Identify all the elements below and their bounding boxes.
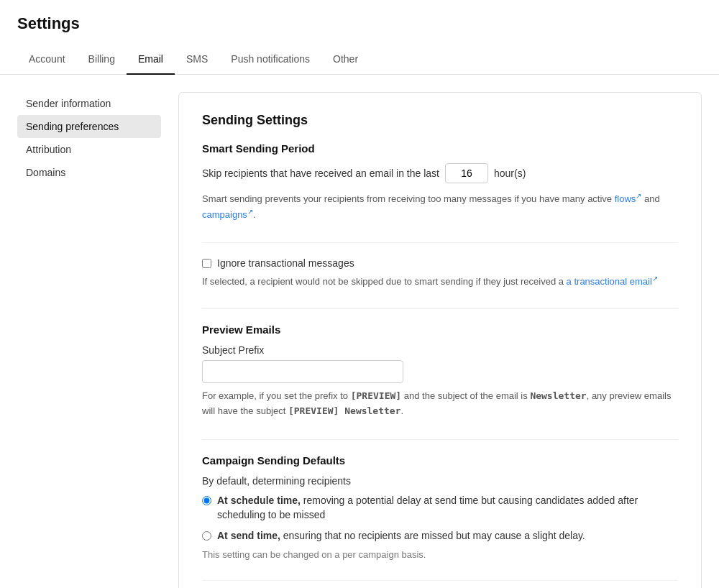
schedule-time-radio[interactable] bbox=[202, 496, 211, 505]
hours-suffix: hour(s) bbox=[494, 167, 526, 179]
schedule-time-label[interactable]: At schedule time, removing a potential d… bbox=[217, 494, 678, 522]
send-time-radio[interactable] bbox=[202, 531, 211, 541]
campaigns-link[interactable]: campaigns↗ bbox=[202, 209, 253, 220]
smart-sending-title: Smart Sending Period bbox=[202, 142, 678, 155]
ignore-transactional-help: If selected, a recipient would not be sk… bbox=[202, 273, 678, 289]
section-title: Sending Settings bbox=[202, 113, 678, 128]
subject-prefix-input[interactable] bbox=[202, 360, 403, 383]
sidebar-item-sending-prefs[interactable]: Sending preferences bbox=[17, 115, 161, 138]
ignore-transactional-row: Ignore transactional messages bbox=[202, 257, 678, 269]
recipient-options: At schedule time, removing a potential d… bbox=[202, 494, 678, 543]
sidebar-item-sender-info[interactable]: Sender information bbox=[17, 92, 161, 115]
tab-push[interactable]: Push notifications bbox=[219, 45, 321, 75]
tab-billing[interactable]: Billing bbox=[77, 45, 127, 75]
main-panel: Sending Settings Smart Sending Period Sk… bbox=[178, 92, 702, 588]
preview-emails-title: Preview Emails bbox=[202, 323, 678, 336]
top-nav: Account Billing Email SMS Push notificat… bbox=[0, 45, 719, 75]
smart-sending-section: Smart Sending Period Skip recipients tha… bbox=[202, 142, 678, 222]
send-time-row: At send time, ensuring that no recipient… bbox=[202, 529, 678, 543]
send-time-label[interactable]: At send time, ensuring that no recipient… bbox=[217, 529, 585, 543]
campaign-note: This setting can be changed on a per cam… bbox=[202, 549, 678, 560]
sidebar: Sender information Sending preferences A… bbox=[17, 92, 161, 588]
example-text: For example, if you set the prefix to [P… bbox=[202, 389, 678, 419]
skip-label: Skip recipients that have received an em… bbox=[202, 167, 439, 179]
tab-other[interactable]: Other bbox=[321, 45, 370, 75]
page-title: Settings bbox=[0, 0, 719, 45]
smart-sending-field-row: Skip recipients that have received an em… bbox=[202, 163, 678, 183]
ignore-transactional-section: Ignore transactional messages If selecte… bbox=[202, 257, 678, 289]
smart-sending-help: Smart sending prevents your recipients f… bbox=[202, 190, 678, 222]
transactional-email-link[interactable]: a transactional email↗ bbox=[567, 276, 658, 287]
ignore-transactional-checkbox[interactable] bbox=[202, 259, 211, 268]
subject-prefix-label: Subject Prefix bbox=[202, 344, 678, 356]
ignore-transactional-label[interactable]: Ignore transactional messages bbox=[217, 257, 354, 269]
campaign-defaults-section: Campaign Sending Defaults By default, de… bbox=[202, 454, 678, 560]
preview-emails-section: Preview Emails Subject Prefix For exampl… bbox=[202, 323, 678, 419]
schedule-time-row: At schedule time, removing a potential d… bbox=[202, 494, 678, 522]
tab-account[interactable]: Account bbox=[17, 45, 77, 75]
recipients-subtitle: By default, determining recipients bbox=[202, 475, 678, 487]
tab-sms[interactable]: SMS bbox=[175, 45, 219, 75]
campaign-defaults-title: Campaign Sending Defaults bbox=[202, 454, 678, 467]
sidebar-item-attribution[interactable]: Attribution bbox=[17, 138, 161, 161]
tab-email[interactable]: Email bbox=[127, 45, 175, 75]
sidebar-item-domains[interactable]: Domains bbox=[17, 161, 161, 184]
hours-input[interactable] bbox=[445, 163, 488, 183]
flows-link[interactable]: flows↗ bbox=[615, 193, 642, 204]
